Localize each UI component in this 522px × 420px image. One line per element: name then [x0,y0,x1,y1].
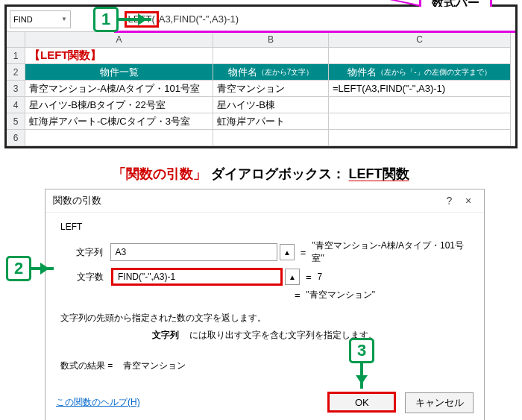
step-badge-1: 1 [93,7,119,32]
arg-row-string: 文字列 A3 ▲ = "青空マンション-A棟/Aタイプ・101号室" [57,239,472,265]
help-link[interactable]: この関数のヘルプ(H) [56,396,140,409]
step-3-annotation: 3 [349,338,374,389]
cell-C5[interactable] [329,113,511,130]
excel-window: FIND ▼ 1 fx = LEFT( A3,FIND("-",A3)-1) A… [4,4,518,148]
step-2-annotation: 2 [6,256,54,281]
cell-A6[interactable] [25,130,213,146]
arg1-preview: "青空マンション-A棟/Aタイプ・101号室" [312,239,472,265]
row-5[interactable]: 5 [7,113,25,130]
cell-C4[interactable] [329,97,511,113]
arrow-right-icon [31,267,54,270]
cell-A2[interactable]: 物件一覧 [25,64,213,81]
header-C-sub: （左から「-」の左側の文字まで） [377,67,491,78]
arg2-preview: 7 [318,272,323,282]
cell-B6[interactable] [213,130,329,146]
col-B[interactable]: B [213,32,329,48]
row-1[interactable]: 1 [7,48,25,64]
arg2-label: 文字数 [57,271,111,283]
function-arguments-dialog: 関数の引数 ? × LEFT 文字列 A3 ▲ = "青空マンション-A棟/Aタ… [45,189,485,420]
formula-result-row: 数式の結果 = 青空マンション [60,360,472,372]
cell-B3[interactable]: 青空マンション [213,81,329,97]
cell-C6[interactable] [329,130,511,146]
range-picker-icon[interactable]: ▲ [285,269,300,285]
equals-2: = [306,272,312,283]
cancel-button[interactable]: キャンセル [405,392,474,413]
arg1-label: 文字列 [57,246,110,259]
arg-row-numchars: 文字数 FIND("-",A3)-1 ▲ = 7 [57,268,472,286]
chevron-down-icon[interactable]: ▼ [61,16,67,22]
result-preview-row: = "青空マンション" [289,289,472,301]
step-badge-3: 3 [349,338,374,363]
function-name: LEFT [60,222,472,232]
arg2-input[interactable]: FIND("-",A3)-1 [111,268,283,286]
dialog-footer: この関数のヘルプ(H) OK キャンセル [45,387,484,420]
dialog-titlebar[interactable]: 関数の引数 ? × [45,189,484,213]
row-6[interactable]: 6 [7,130,25,146]
header-B-main: 物件名 [228,66,257,79]
row-3[interactable]: 3 [7,81,25,97]
argument-description: 文字列 には取り出す文字を含む文字列を指定します。 [57,329,472,342]
step-1-annotation: 1 [93,7,151,32]
column-headers: A B C [7,32,515,48]
cell-C2[interactable]: 物件名 （左から「-」の左側の文字まで） [329,64,511,81]
cell-C1[interactable] [329,48,511,64]
function-description: 文字列の先頭から指定された数の文字を返します。 [60,312,472,325]
cell-A3[interactable]: 青空マンション-A棟/Aタイプ・101号室 [25,81,213,97]
dialog-title: 関数の引数 [53,194,101,207]
header-B-sub: （左から7文字） [257,67,314,78]
formula-rest: A3,FIND("-",A3)-1) [159,13,239,25]
desc2-label: 文字列 [152,330,179,340]
row-2[interactable]: 2 [7,64,25,81]
section-heading: 「関数の引数」 ダイアログボックス： LEFT関数 [0,165,522,183]
formula-underline [114,31,515,33]
cell-C3[interactable]: =LEFT(A3,FIND("-",A3)-1) [329,81,511,97]
arrow-down-icon [360,363,363,389]
cell-B2[interactable]: 物件名 （左から7文字） [213,64,329,81]
equals-1: = [301,247,306,258]
cell-A5[interactable]: 虹海岸アパート-C棟/Cタイプ・3号室 [25,113,213,130]
ok-button[interactable]: OK [327,392,396,413]
arg1-input[interactable]: A3 [110,243,278,261]
corner-cell[interactable] [7,32,25,48]
cell-A4[interactable]: 星ハイツ-B棟/Bタイプ・22号室 [25,97,213,113]
cell-A1[interactable]: 【LEFT関数】 [25,48,213,64]
cell-B4[interactable]: 星ハイツ-B棟 [213,97,329,113]
heading-part3: LEFT関数 [349,166,409,181]
result-label: 数式の結果 = [60,360,113,371]
result-value: 青空マンション [123,360,186,371]
cell-B1[interactable] [213,48,329,64]
name-box[interactable]: FIND ▼ [10,10,71,28]
help-icon[interactable]: ? [441,195,457,207]
formula-bar[interactable]: = LEFT( A3,FIND("-",A3)-1) [114,10,515,28]
name-box-value: FIND [13,15,33,24]
equals-3: = [295,289,301,301]
close-icon[interactable]: × [460,195,477,207]
result-preview: "青空マンション" [306,289,376,301]
heading-part1: 「関数の引数」 [113,166,207,181]
arrow-right-icon [119,18,151,21]
heading-part2: ダイアログボックス： [211,166,345,181]
step-badge-2: 2 [6,256,31,281]
col-A[interactable]: A [25,32,213,48]
cell-B5[interactable]: 虹海岸アパート [213,113,329,130]
col-C[interactable]: C [329,32,511,48]
range-picker-icon[interactable]: ▲ [280,244,295,260]
row-4[interactable]: 4 [7,97,25,113]
formula-bar-row: FIND ▼ 1 fx = LEFT( A3,FIND("-",A3)-1) [7,7,515,32]
header-C-main: 物件名 [348,66,377,79]
